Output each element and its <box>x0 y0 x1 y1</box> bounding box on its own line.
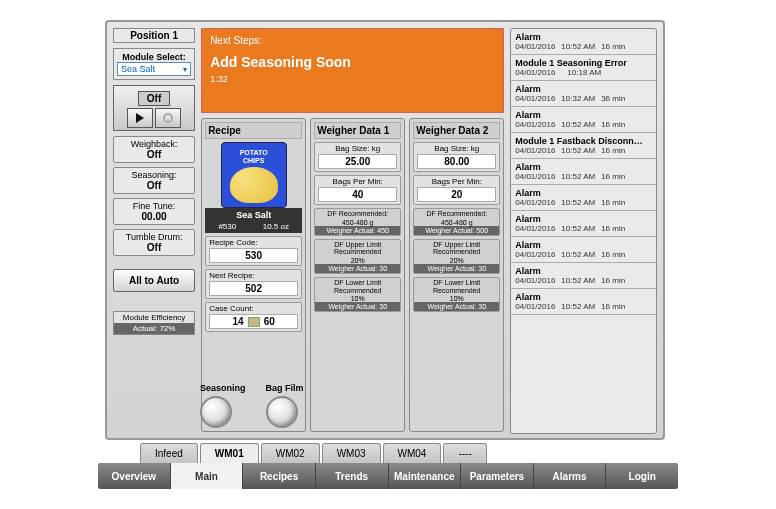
indicator: Bag Film <box>266 383 304 428</box>
module-select: Module Select: Sea Salt ▾ <box>113 48 195 80</box>
alarm-row[interactable]: Alarm04/01/201610:52 AM16 min <box>511 211 656 237</box>
module-tab[interactable]: WM03 <box>322 443 381 463</box>
weigher-title: Weigher Data 2 <box>413 122 500 139</box>
alarm-time: 10:52 AM <box>561 42 595 51</box>
indicators: SeasoningBag Film <box>200 383 304 428</box>
nav-tab-recipes[interactable]: Recipes <box>243 463 316 489</box>
status-card[interactable]: Weighback:Off <box>113 136 195 163</box>
next-steps-time: 1:32 <box>210 74 495 84</box>
nav-tab-alarms[interactable]: Alarms <box>534 463 607 489</box>
alarm-title: Alarm <box>515 292 652 302</box>
case-count-box: Case Count: 14 60 <box>205 302 302 332</box>
play-icon <box>136 113 144 123</box>
stop-button[interactable] <box>155 108 181 128</box>
run-control: Off <box>113 85 195 131</box>
indicator-label: Bag Film <box>266 383 304 393</box>
recipe-badge: #530 <box>218 222 236 231</box>
alarm-row[interactable]: Module 1 Fastback Disconn…04/01/201610:5… <box>511 133 656 159</box>
df-upper-actual: Weigher Actual: 30 <box>315 264 400 273</box>
alarm-date: 04/01/2016 <box>515 42 555 51</box>
module-tab[interactable]: WM04 <box>383 443 442 463</box>
status-value: Off <box>116 242 192 253</box>
df-lower-box: DF Lower Limit Recommended10%Weigher Act… <box>413 277 500 312</box>
efficiency-label: Module Efficiency <box>114 312 194 323</box>
status-card[interactable]: Tumble Drum:Off <box>113 229 195 256</box>
bpm-value: 20 <box>417 187 496 202</box>
alarm-date: 04/01/2016 <box>515 68 555 77</box>
alarm-row[interactable]: Module 1 Seasoning Error04/01/201610:18 … <box>511 55 656 81</box>
indicator: Seasoning <box>200 383 246 428</box>
status-value: Off <box>116 149 192 160</box>
weigher-panel-2: Weigher Data 2Bag Size: kg80.00Bags Per … <box>409 118 504 432</box>
recipe-sub: #530 10.5 oz <box>205 222 302 233</box>
product-image: POTATO CHIPS <box>221 142 287 208</box>
alarm-date: 04/01/2016 <box>515 146 555 155</box>
alarm-time: 10:52 AM <box>561 120 595 129</box>
alarm-title: Alarm <box>515 32 652 42</box>
module-tab[interactable]: WM02 <box>261 443 320 463</box>
bag-text-2: CHIPS <box>222 157 286 164</box>
case-count-label: Case Count: <box>206 303 301 314</box>
play-button[interactable] <box>127 108 153 128</box>
alarm-title: Alarm <box>515 84 652 94</box>
alarm-date: 04/01/2016 <box>515 198 555 207</box>
nav-tab-main[interactable]: Main <box>171 463 244 489</box>
bag-size-value: 25.00 <box>318 154 397 169</box>
module-tab[interactable]: ---- <box>443 443 486 463</box>
next-recipe-label: Next Recipe: <box>206 270 301 281</box>
center-column: Next Steps: Add Seasoning Soon 1:32 Reci… <box>201 28 504 432</box>
weigher-panel-1: Weigher Data 1Bag Size: kg25.00Bags Per … <box>310 118 405 432</box>
chips-icon <box>230 167 278 203</box>
alarm-duration: 16 min <box>601 42 625 51</box>
df-rec-box: DF Recommended:450-480 gWeigher Actual: … <box>413 208 500 236</box>
nav-tab-trends[interactable]: Trends <box>316 463 389 489</box>
recipe-name: Sea Salt <box>205 208 302 222</box>
alarm-time: 10:52 AM <box>561 146 595 155</box>
alarm-duration: 16 min <box>601 276 625 285</box>
alarm-date: 04/01/2016 <box>515 250 555 259</box>
bpm-box: Bags Per Min:20 <box>413 175 500 205</box>
module-tab[interactable]: WM01 <box>200 443 259 463</box>
all-to-auto-button[interactable]: All to Auto <box>113 269 195 292</box>
alarm-row[interactable]: Alarm04/01/201610:52 AM16 min <box>511 107 656 133</box>
status-label: Tumble Drum: <box>116 232 192 242</box>
nav-tab-parameters[interactable]: Parameters <box>461 463 534 489</box>
next-steps-label: Next Steps: <box>210 35 495 46</box>
status-label: Fine Tune: <box>116 201 192 211</box>
nav-tab-overview[interactable]: Overview <box>98 463 171 489</box>
alarm-row[interactable]: Alarm04/01/201610:52 AM16 min <box>511 263 656 289</box>
next-steps-banner: Next Steps: Add Seasoning Soon 1:32 <box>201 28 504 113</box>
bag-size-value: 80.00 <box>417 154 496 169</box>
alarm-row[interactable]: Alarm04/01/201610:52 AM16 min <box>511 237 656 263</box>
next-recipe-box: Next Recipe: 502 <box>205 269 302 299</box>
alarm-row[interactable]: Alarm04/01/201610:52 AM16 min <box>511 29 656 55</box>
nav-tab-login[interactable]: Login <box>606 463 678 489</box>
alarm-row[interactable]: Alarm04/01/201610:52 AM16 min <box>511 159 656 185</box>
alarm-title: Alarm <box>515 214 652 224</box>
off-button[interactable]: Off <box>138 91 170 106</box>
recipe-code-value: 530 <box>209 248 298 263</box>
alarm-title: Module 1 Fastback Disconn… <box>515 136 652 146</box>
alarm-duration: 16 min <box>601 172 625 181</box>
position-title: Position 1 <box>113 28 195 43</box>
df-lower-box: DF Lower Limit Recommended10%Weigher Act… <box>314 277 401 312</box>
recipe-size: 10.5 oz <box>263 222 289 231</box>
status-card[interactable]: Seasoning:Off <box>113 167 195 194</box>
efficiency-box: Module Efficiency Actual: 72% <box>113 311 195 335</box>
alarm-date: 04/01/2016 <box>515 276 555 285</box>
nav-tab-maintenance[interactable]: Maintenance <box>389 463 462 489</box>
bag-text-1: POTATO <box>222 149 286 156</box>
alarm-list[interactable]: Alarm04/01/201610:52 AM16 minModule 1 Se… <box>510 28 657 434</box>
alarm-duration: 16 min <box>601 198 625 207</box>
alarm-row[interactable]: Alarm04/01/201610:52 AM16 min <box>511 289 656 315</box>
module-select-label: Module Select: <box>117 52 191 62</box>
module-tab[interactable]: Infeed <box>140 443 198 463</box>
status-card[interactable]: Fine Tune:00.00 <box>113 198 195 225</box>
df-lower-actual: Weigher Actual: 30 <box>315 302 400 311</box>
alarm-time: 10:52 AM <box>561 172 595 181</box>
module-select-dropdown[interactable]: Sea Salt ▾ <box>117 62 191 76</box>
alarm-row[interactable]: Alarm04/01/201610:32 AM36 min <box>511 81 656 107</box>
alarm-row[interactable]: Alarm04/01/201610:52 AM16 min <box>511 185 656 211</box>
bag-size-box: Bag Size: kg80.00 <box>413 142 500 172</box>
alarm-duration: 16 min <box>601 250 625 259</box>
